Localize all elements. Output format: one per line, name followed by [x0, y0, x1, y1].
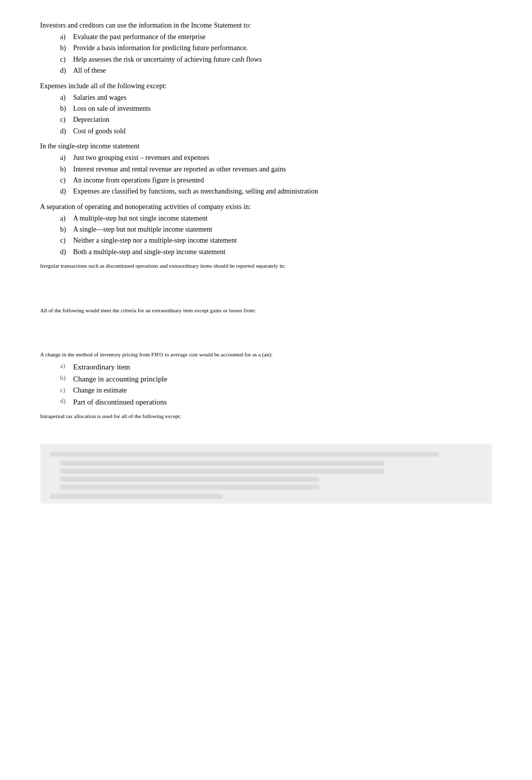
- list-item: c)Neither a single-step nor a multiple-s…: [60, 235, 492, 246]
- list-item: c)Change in estimate: [60, 385, 492, 396]
- question-6: All of the following would meet the crit…: [40, 306, 492, 347]
- question-1: Investors and creditors can use the info…: [40, 20, 492, 77]
- blurred-line-2: [60, 461, 384, 466]
- q4-text: A separation of operating and nonoperati…: [40, 202, 492, 212]
- list-item: b)Change in accounting principle: [60, 373, 492, 385]
- q4-options: a)A multiple-step but not single income …: [40, 213, 492, 258]
- q8-text: Intraperiod tax allocation is used for a…: [40, 412, 492, 421]
- question-2: Expenses include all of the following ex…: [40, 81, 492, 137]
- redacted-section: [40, 444, 492, 504]
- blurred-line-5: [60, 485, 319, 490]
- list-item: d)Expenses are classified by functions, …: [60, 186, 492, 197]
- q8-spacer: [40, 423, 492, 438]
- q2-text: Expenses include all of the following ex…: [40, 81, 492, 91]
- q5-spacer: [40, 272, 492, 302]
- blurred-line-3: [60, 469, 384, 474]
- list-item: d)All of these: [60, 65, 492, 76]
- q3-options: a)Just two grouping exist – revenues and…: [40, 152, 492, 198]
- list-item: b)Interest revenue and rental revenue ar…: [60, 164, 492, 175]
- page: Investors and creditors can use the info…: [0, 0, 532, 524]
- list-item: a)A multiple-step but not single income …: [60, 213, 492, 224]
- question-5: Irregular transactions such as discontin…: [40, 262, 492, 302]
- question-4: A separation of operating and nonoperati…: [40, 202, 492, 258]
- q1-options: a)Evaluate the past performance of the e…: [40, 32, 492, 77]
- q2-options: a)Salaries and wages b)Loss on sale of i…: [40, 92, 492, 137]
- list-item: a)Extraordinary item: [60, 361, 492, 373]
- question-8: Intraperiod tax allocation is used for a…: [40, 412, 492, 438]
- list-item: c)Help assesses the risk or uncertainty …: [60, 54, 492, 65]
- list-item: d)Both a multiple-step and single-step i…: [60, 247, 492, 258]
- q5-text: Irregular transactions such as discontin…: [40, 262, 492, 270]
- blurred-line-6: [50, 494, 223, 499]
- list-item: b)Provide a basis information for predic…: [60, 43, 492, 54]
- blurred-line-1: [50, 452, 439, 457]
- list-item: b)Loss on sale of investments: [60, 103, 492, 114]
- list-item: c)Depreciation: [60, 114, 492, 125]
- q1-text: Investors and creditors can use the info…: [40, 20, 492, 31]
- q6-text: All of the following would meet the crit…: [40, 306, 492, 315]
- question-7: A change in the method of inventory pric…: [40, 350, 492, 408]
- blurred-line-4: [60, 477, 319, 482]
- q3-text: In the single-step income statement: [40, 141, 492, 151]
- list-item: d)Cost of goods sold: [60, 126, 492, 137]
- list-item: c)An income from operations figure is pr…: [60, 175, 492, 186]
- question-3: In the single-step income statement a)Ju…: [40, 141, 492, 198]
- list-item: a)Salaries and wages: [60, 92, 492, 103]
- list-item: b)A single—step but not multiple income …: [60, 224, 492, 235]
- q6-spacer: [40, 316, 492, 346]
- list-item: d)Part of discontinued operations: [60, 396, 492, 408]
- q7-options: a)Extraordinary item b)Change in account…: [40, 361, 492, 408]
- list-item: a)Just two grouping exist – revenues and…: [60, 152, 492, 163]
- q7-text: A change in the method of inventory pric…: [40, 350, 492, 359]
- list-item: a)Evaluate the past performance of the e…: [60, 32, 492, 43]
